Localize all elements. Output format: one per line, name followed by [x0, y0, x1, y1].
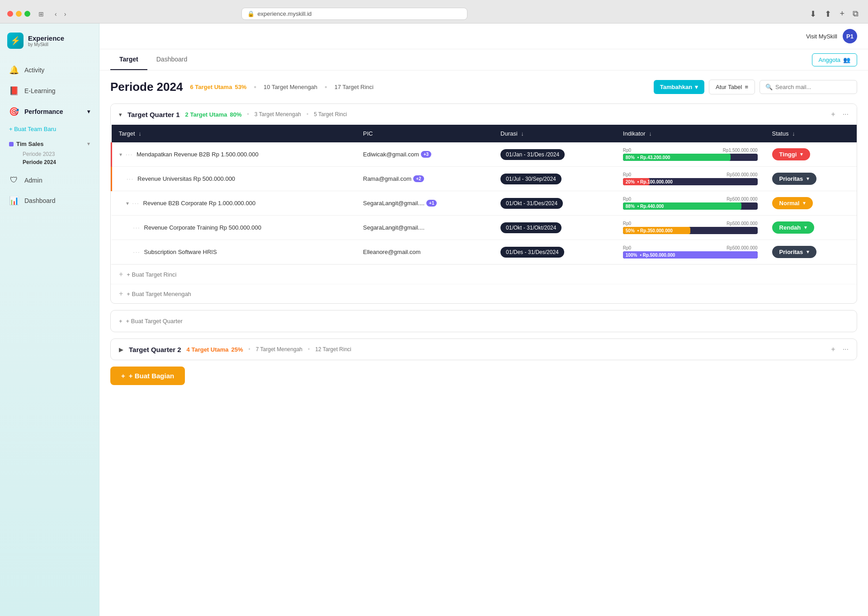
row1-ind-label: 80% • Rp.43.200.000	[623, 154, 670, 161]
anggota-button[interactable]: Anggota 👥	[812, 53, 857, 66]
tambahkan-chevron-icon: ▾	[695, 84, 698, 90]
table-body: ▾ ··· Mendapatkan Revenue B2B Rp 1.500.0…	[112, 142, 857, 264]
row1-dots-icon[interactable]: ···	[126, 151, 133, 158]
back-button[interactable]: ‹	[52, 9, 60, 19]
row4-target-text: Revenue Corporate Training Rp 500.000.00…	[144, 224, 261, 231]
table-row: ··· Revenue Corporate Training Rp 500.00…	[112, 216, 857, 240]
q2-bullet1: •	[249, 346, 250, 353]
row2-status-badge[interactable]: Prioritas ▾	[772, 173, 817, 185]
table-row: ··· Subscription Software HRIS Elleanore…	[112, 240, 857, 264]
tambahkan-button[interactable]: Tambahkan ▾	[654, 80, 704, 94]
row3-duration-badge: 01/Okt - 31/Des/2024	[500, 198, 563, 209]
row1-pic-text: Ediwicak@gmail.com	[363, 151, 419, 158]
status-sort-icon[interactable]: ↓	[792, 130, 795, 137]
durasi-sort-icon[interactable]: ↓	[521, 130, 524, 137]
team-item[interactable]: Tim Sales ▾	[0, 138, 99, 150]
app-container: ⚡ Experience by MySkill 🔔 Activity 📕 E-L…	[0, 24, 868, 616]
quarter1-title: Target Quarter 1	[127, 111, 180, 118]
new-tab-icon[interactable]: +	[837, 8, 847, 20]
atur-tabel-label: Atur Tabel	[716, 84, 742, 90]
admin-label: Admin	[24, 177, 42, 184]
row3-ind-min: Rp0	[623, 197, 631, 202]
row3-indikator-bar: Rp0 Rp500.000.000 88% • Rp.440.000	[623, 197, 758, 210]
quarter2-header[interactable]: ▶ Target Quarter 2 4 Target Utama 25% • …	[111, 339, 857, 360]
row2-target-cell: ··· Revenue Universitas Rp 500.000.000	[112, 167, 356, 191]
row2-progress-container: 20% • Rp.100.000.000	[623, 178, 758, 185]
sidebar-item-dashboard[interactable]: 📊 Dashboard	[0, 190, 99, 211]
row2-durasi-cell: 01/Jul - 30/Sep/2024	[493, 167, 616, 191]
q1-rinci: 5 Target Rinci	[314, 111, 347, 118]
row3-status-badge[interactable]: Normal ▾	[772, 197, 813, 209]
search-box[interactable]: 🔍	[760, 80, 857, 94]
indikator-sort-icon[interactable]: ↓	[649, 130, 652, 137]
q2-more-icon[interactable]: ···	[843, 345, 849, 353]
search-input[interactable]	[775, 84, 851, 90]
row4-ind-min: Rp0	[623, 221, 631, 226]
sidebar-item-activity[interactable]: 🔔 Activity	[0, 60, 99, 80]
row1-pic-extra: +3	[421, 151, 431, 158]
share-icon[interactable]: ⬆	[822, 8, 834, 20]
dashboard-icon: 📊	[9, 196, 19, 206]
row4-ind-max: Rp500.000.000	[726, 221, 757, 226]
sidebar-item-admin[interactable]: 🛡 Admin	[0, 170, 99, 190]
row4-status-badge[interactable]: Rendah ▾	[772, 221, 815, 234]
anggota-label: Anggota	[819, 56, 840, 63]
quarter2-title: Target Quarter 2	[129, 346, 181, 353]
add-target-rinci-button[interactable]: + + Buat Target Rinci	[111, 264, 857, 284]
buat-bagian-button[interactable]: + + Buat Bagian	[110, 367, 185, 385]
row3-pic-text: SegaraLangit@gmail....	[363, 200, 425, 207]
table-row: ▾ ··· Revenue B2B Corporate Rp 1.000.000…	[112, 191, 857, 216]
tab-dashboard[interactable]: Dashboard	[147, 49, 197, 70]
add-target-menengah-button[interactable]: + + Buat Target Menengah	[111, 284, 857, 303]
target-sort-icon[interactable]: ↓	[138, 130, 142, 137]
row5-status-badge[interactable]: Prioritas ▾	[772, 246, 817, 258]
row3-dots-icon[interactable]: ···	[132, 200, 140, 207]
target-rinci-count: 17 Target Rinci	[335, 84, 373, 90]
close-dot[interactable]	[7, 11, 13, 17]
team-period-2023[interactable]: Periode 2023	[0, 150, 99, 158]
target-utama-pct: 53%	[235, 84, 246, 90]
row2-dots-icon[interactable]: ···	[127, 176, 134, 182]
row5-target-cell: ··· Subscription Software HRIS	[112, 240, 356, 264]
row1-duration-badge: 01/Jan - 31/Des /2024	[500, 149, 565, 160]
buat-team-button[interactable]: + Buat Team Baru	[9, 124, 90, 134]
q1-add-icon[interactable]: +	[829, 110, 837, 118]
atur-tabel-button[interactable]: Atur Tabel ≡	[709, 80, 755, 94]
buat-target-quarter-button[interactable]: + + Buat Target Quarter	[110, 310, 857, 332]
forward-button[interactable]: ›	[61, 9, 69, 19]
row3-expand-icon[interactable]: ▾	[126, 200, 129, 207]
download-icon[interactable]: ⬇	[807, 8, 819, 20]
tab-target[interactable]: Target	[110, 49, 147, 70]
row4-dots-icon[interactable]: ···	[133, 225, 141, 231]
quarter1-expand-icon: ▾	[119, 111, 122, 118]
content-area: Periode 2024 6 Target Utama 53% • 10 Tar…	[99, 71, 868, 616]
row2-duration-badge: 01/Jul - 30/Sep/2024	[500, 174, 561, 184]
tabs-icon[interactable]: ⧉	[850, 8, 861, 20]
row4-progress-container: 50% • Rp.350.000.000	[623, 227, 758, 234]
sidebar-item-performance[interactable]: 🎯 Performance ▾	[0, 101, 99, 122]
lock-icon: 🔒	[247, 10, 255, 17]
team-period-2024[interactable]: Periode 2024	[0, 158, 99, 166]
sidebar-toggle-icon[interactable]: ⊞	[36, 9, 47, 19]
period-title: Periode 2024	[110, 80, 183, 94]
performance-label: Performance	[24, 108, 63, 115]
row2-pic-extra: +2	[413, 175, 424, 182]
user-avatar[interactable]: P1	[843, 29, 857, 43]
row1-ind-min: Rp0	[623, 148, 631, 153]
row2-target-text: Revenue Universitas Rp 500.000.000	[137, 175, 235, 182]
q1-more-icon[interactable]: ···	[843, 110, 849, 118]
q2-add-icon[interactable]: +	[829, 345, 837, 353]
logo-title: Experience	[28, 34, 64, 42]
row1-durasi-cell: 01/Jan - 31/Des /2024	[493, 142, 616, 167]
row3-status-chevron-icon: ▾	[803, 200, 806, 206]
row5-dots-icon[interactable]: ···	[133, 249, 141, 255]
address-bar[interactable]: 🔒 experience.myskill.id	[241, 8, 467, 20]
minimize-dot[interactable]	[16, 11, 22, 17]
tabs-bar: Target Dashboard Anggota 👥	[99, 49, 868, 71]
maximize-dot[interactable]	[24, 11, 30, 17]
q1-bullet1: •	[247, 111, 249, 118]
quarter1-header[interactable]: ▾ Target Quarter 1 2 Target Utama 80% • …	[111, 104, 857, 125]
sidebar-item-elearning[interactable]: 📕 E-Learning	[0, 80, 99, 101]
row1-expand-icon[interactable]: ▾	[119, 151, 122, 158]
row1-status-badge[interactable]: Tinggi ▾	[772, 148, 811, 160]
